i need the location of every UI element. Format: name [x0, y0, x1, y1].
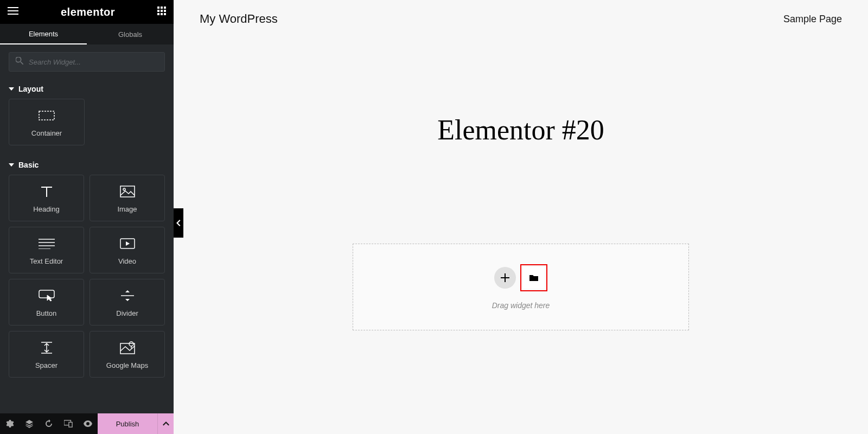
widget-container[interactable]: Container [9, 99, 85, 145]
widget-label: Text Editor [30, 257, 63, 265]
bottom-bar: Publish [0, 413, 174, 434]
drop-zone-actions [494, 264, 547, 291]
widget-label: Image [117, 205, 137, 213]
chevron-left-icon [176, 220, 181, 226]
logo: elementor [61, 6, 115, 18]
svg-rect-11 [164, 13, 166, 15]
svg-rect-3 [157, 7, 159, 9]
plus-icon [500, 273, 510, 283]
history-icon[interactable] [39, 413, 59, 434]
menu-icon[interactable] [8, 7, 18, 17]
svg-rect-9 [157, 13, 159, 15]
drop-zone[interactable]: Drag widget here [353, 244, 689, 330]
widget-image[interactable]: Image [90, 175, 165, 221]
widget-label: Spacer [35, 361, 58, 369]
heading-icon [39, 183, 55, 200]
caret-down-icon [9, 162, 14, 168]
svg-rect-27 [69, 422, 72, 427]
sidebar-body: Layout Container Basic Heading [0, 44, 174, 413]
svg-rect-20 [39, 290, 54, 298]
editor-sidebar: elementor Elements Globals Layout [0, 0, 174, 434]
section-layout-header[interactable]: Layout [0, 79, 174, 99]
caret-down-icon [9, 86, 14, 92]
svg-rect-7 [161, 10, 163, 12]
widget-spacer[interactable]: Spacer [9, 331, 84, 378]
sidebar-tabs: Elements Globals [0, 24, 174, 44]
svg-point-25 [129, 342, 133, 346]
divider-icon [119, 288, 136, 304]
preview-icon[interactable] [78, 413, 98, 434]
svg-rect-1 [8, 10, 18, 11]
spacer-icon [39, 340, 55, 356]
add-template-button[interactable] [520, 264, 547, 291]
button-icon [39, 288, 55, 304]
widget-text-editor[interactable]: Text Editor [9, 227, 84, 273]
section-basic-header[interactable]: Basic [0, 155, 174, 175]
image-icon [119, 183, 136, 200]
drop-zone-text: Drag widget here [492, 301, 550, 310]
widget-label: Button [36, 309, 57, 317]
collapse-sidebar-button[interactable] [174, 208, 183, 238]
search-box[interactable] [9, 52, 165, 72]
svg-rect-6 [157, 10, 159, 12]
publish-button[interactable]: Publish [98, 413, 157, 434]
svg-rect-0 [8, 7, 18, 8]
apps-icon[interactable] [157, 7, 166, 17]
responsive-icon[interactable] [59, 413, 78, 434]
widget-label: Video [118, 257, 136, 265]
svg-rect-4 [161, 7, 163, 9]
widget-google-maps[interactable]: Google Maps [90, 331, 165, 378]
tab-elements[interactable]: Elements [0, 24, 87, 44]
svg-point-14 [123, 188, 125, 190]
widget-label: Heading [33, 205, 59, 213]
svg-rect-5 [164, 7, 166, 9]
chevron-up-icon [163, 420, 169, 427]
section-basic-title: Basic [18, 161, 39, 169]
editor-canvas: My WordPress Sample Page Elementor #20 D… [174, 0, 868, 434]
search-icon [16, 57, 23, 67]
site-title[interactable]: My WordPress [200, 12, 278, 26]
site-header: My WordPress Sample Page [174, 0, 868, 38]
svg-rect-10 [161, 13, 163, 15]
section-layout-title: Layout [18, 85, 43, 93]
widget-divider[interactable]: Divider [90, 279, 165, 326]
widget-button[interactable]: Button [9, 279, 84, 326]
video-icon [119, 235, 136, 252]
publish-label: Publish [116, 420, 139, 428]
container-icon [39, 107, 55, 124]
nav-link-sample-page[interactable]: Sample Page [783, 14, 842, 25]
search-input[interactable] [29, 58, 158, 66]
publish-options-button[interactable] [157, 413, 174, 434]
svg-rect-8 [164, 10, 166, 12]
page-title: Elementor #20 [174, 114, 868, 146]
svg-rect-12 [39, 111, 54, 120]
text-editor-icon [39, 235, 55, 252]
widget-label: Container [31, 129, 62, 137]
widget-video[interactable]: Video [90, 227, 165, 273]
folder-icon [529, 273, 539, 282]
settings-icon[interactable] [0, 413, 20, 434]
widget-label: Google Maps [106, 361, 148, 369]
sidebar-header: elementor [0, 0, 174, 24]
svg-rect-13 [120, 186, 135, 197]
google-maps-icon [119, 340, 136, 356]
tab-globals[interactable]: Globals [87, 24, 174, 44]
navigator-icon[interactable] [20, 413, 39, 434]
widget-label: Divider [116, 309, 138, 317]
widget-heading[interactable]: Heading [9, 175, 84, 221]
add-section-button[interactable] [494, 267, 516, 289]
svg-rect-2 [8, 14, 18, 15]
